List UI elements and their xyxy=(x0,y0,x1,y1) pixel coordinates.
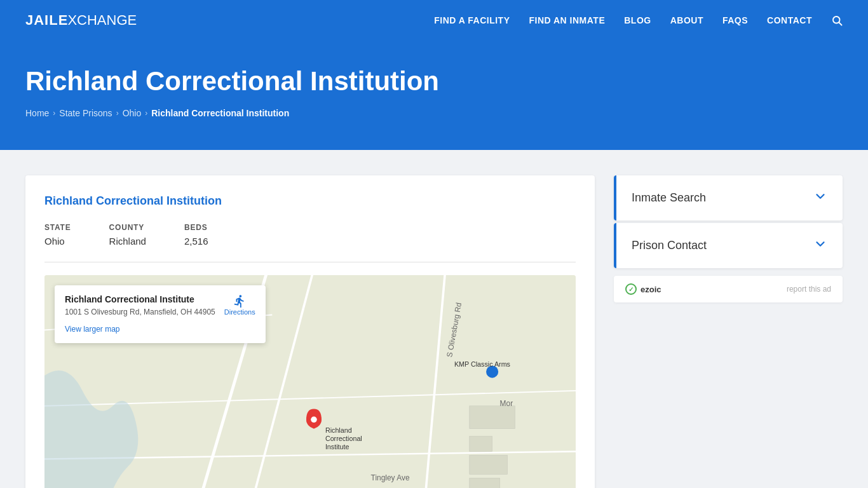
breadcrumb-state-prisons[interactable]: State Prisons xyxy=(59,108,112,118)
svg-text:Mor: Mor xyxy=(500,399,513,408)
svg-rect-12 xyxy=(470,478,500,488)
ezoic-label: ezoic xyxy=(641,285,661,294)
state-value: Ohio xyxy=(44,236,71,247)
navbar: JAILEXCHANGE FIND A FACILITY FIND AN INM… xyxy=(0,0,868,41)
beds-value: 2,516 xyxy=(184,236,208,247)
map-popup-title: Richland Correctional Institute xyxy=(65,294,215,304)
main-content: Richland Correctional Institution STATE … xyxy=(0,150,868,488)
inmate-search-chevron xyxy=(813,189,827,207)
svg-text:KMP Classic Arms: KMP Classic Arms xyxy=(454,360,510,368)
page-title: Richland Correctional Institution xyxy=(25,66,843,97)
nav-find-inmate[interactable]: FIND AN INMATE xyxy=(529,15,605,25)
accordion-inmate-search: Inmate Search xyxy=(614,175,843,220)
ezoic-icon: ✓ xyxy=(625,283,637,295)
map-popup: Richland Correctional Institute 1001 S O… xyxy=(55,285,266,343)
county-value: Richland xyxy=(109,236,146,247)
nav-blog[interactable]: BLOG xyxy=(624,15,651,25)
nav-about[interactable]: ABOUT xyxy=(670,15,703,25)
chevron-down-icon-2 xyxy=(813,237,827,251)
svg-rect-11 xyxy=(470,455,508,474)
logo-jail-text: JAIL xyxy=(25,12,58,29)
right-panel: Inmate Search Prison Contact xyxy=(614,175,843,302)
directions-icon xyxy=(233,294,247,308)
state-col: STATE Ohio xyxy=(44,223,71,247)
directions-label: Directions xyxy=(224,308,255,316)
info-grid: STATE Ohio COUNTY Richland BEDS 2,516 xyxy=(44,223,576,247)
logo-e-text: E xyxy=(58,12,68,29)
svg-text:Richland: Richland xyxy=(325,426,352,434)
breadcrumb-ohio[interactable]: Ohio xyxy=(123,108,142,118)
directions-button[interactable]: Directions xyxy=(224,294,255,316)
search-icon-button[interactable] xyxy=(831,15,843,26)
ezoic-logo: ✓ ezoic xyxy=(625,283,661,295)
facility-title: Richland Correctional Institution xyxy=(44,194,576,208)
nav-faqs[interactable]: FAQs xyxy=(722,15,748,25)
svg-rect-10 xyxy=(470,437,492,452)
view-larger-map-link[interactable]: View larger map xyxy=(65,325,119,334)
inmate-search-title: Inmate Search xyxy=(632,191,706,205)
breadcrumb: Home › State Prisons › Ohio › Richland C… xyxy=(25,108,843,118)
hero-banner: Richland Correctional Institution Home ›… xyxy=(0,41,868,150)
county-col: COUNTY Richland xyxy=(109,223,146,247)
logo-xchange-text: XCHANGE xyxy=(67,12,137,29)
county-label: COUNTY xyxy=(109,223,146,232)
accordion-prison-contact: Prison Contact xyxy=(614,223,843,268)
breadcrumb-sep-2: › xyxy=(116,109,119,118)
map-popup-address: 1001 S Olivesburg Rd, Mansfield, OH 4490… xyxy=(65,307,215,318)
nav-find-facility[interactable]: FIND A FACILITY xyxy=(434,15,510,25)
prison-contact-header[interactable]: Prison Contact xyxy=(614,223,843,268)
beds-label: BEDS xyxy=(184,223,208,232)
breadcrumb-current: Richland Correctional Institution xyxy=(151,108,289,118)
chevron-down-icon xyxy=(813,189,827,203)
report-ad-link[interactable]: report this ad xyxy=(787,285,831,294)
ezoic-bar: ✓ ezoic report this ad xyxy=(614,276,843,302)
breadcrumb-home[interactable]: Home xyxy=(25,108,49,118)
logo[interactable]: JAILEXCHANGE xyxy=(25,12,137,29)
nav-links: FIND A FACILITY FIND AN INMATE BLOG ABOU… xyxy=(434,15,843,26)
nav-contact[interactable]: CONTACT xyxy=(767,15,812,25)
prison-contact-title: Prison Contact xyxy=(632,239,707,252)
svg-line-1 xyxy=(839,22,841,25)
svg-text:Tingley Ave: Tingley Ave xyxy=(371,473,410,482)
divider xyxy=(44,262,576,262)
inmate-search-header[interactable]: Inmate Search xyxy=(614,175,843,220)
facility-panel: Richland Correctional Institution STATE … xyxy=(25,175,595,488)
svg-point-21 xyxy=(311,417,317,423)
state-label: STATE xyxy=(44,223,71,232)
svg-text:Correctional: Correctional xyxy=(325,435,362,442)
search-icon xyxy=(831,15,843,26)
breadcrumb-sep-3: › xyxy=(145,109,147,118)
prison-contact-chevron xyxy=(813,237,827,254)
breadcrumb-sep-1: › xyxy=(53,109,55,118)
svg-text:Institute: Institute xyxy=(325,443,349,451)
beds-col: BEDS 2,516 xyxy=(184,223,208,247)
map-container: Tingley Ave S Olivesburg Rd Mor KMP Clas… xyxy=(44,275,576,488)
svg-rect-9 xyxy=(470,406,515,429)
